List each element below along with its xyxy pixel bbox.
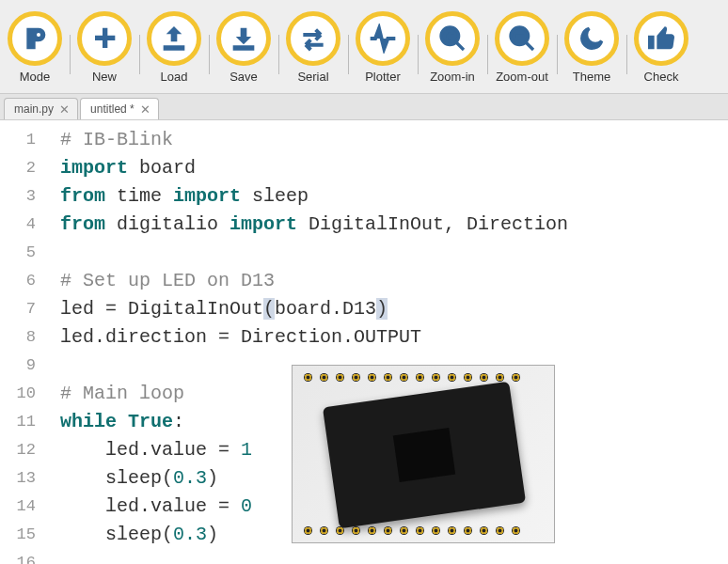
code-line[interactable]: led = DigitalInOut(board.D13) (60, 295, 568, 323)
code-editor[interactable]: 12345678910111213141516 # IB-Blinkimport… (0, 120, 728, 564)
code-line[interactable]: from time import sleep (60, 182, 568, 211)
swap-icon (286, 11, 340, 66)
tool-theme[interactable]: Theme (557, 11, 626, 84)
tool-label: Mode (20, 70, 51, 84)
plus-icon (77, 11, 132, 66)
zoom-out-icon (495, 11, 549, 66)
line-number: 13 (0, 464, 47, 493)
code-line[interactable]: import board (60, 154, 568, 182)
line-number: 6 (0, 267, 47, 295)
tool-label: Zoom-in (430, 70, 475, 84)
tool-zoom-in[interactable]: Zoom-in (418, 11, 487, 84)
line-gutter: 12345678910111213141516 (0, 120, 47, 564)
code-line[interactable] (60, 549, 568, 564)
code-line[interactable]: from digitalio import DigitalInOut, Dire… (60, 211, 568, 239)
line-number: 10 (0, 380, 47, 408)
line-number: 9 (0, 352, 47, 380)
tool-load[interactable]: Load (139, 11, 209, 84)
tool-label: Plotter (365, 70, 401, 84)
tool-label: New (92, 70, 117, 84)
tab-bar: main.py✕untitled *✕ (0, 94, 728, 120)
thumbs-up-icon (634, 11, 688, 66)
toolbar: ModeNewLoadSaveSerialPlotterZoom-inZoom-… (0, 0, 728, 94)
line-number: 11 (0, 408, 47, 436)
tool-save[interactable]: Save (209, 11, 278, 84)
line-number: 8 (0, 323, 47, 352)
board-photo (292, 365, 555, 543)
tool-mode[interactable]: Mode (0, 11, 70, 84)
tab[interactable]: untitled *✕ (80, 98, 159, 119)
close-icon[interactable]: ✕ (140, 103, 150, 116)
line-number: 14 (0, 493, 47, 521)
code-line[interactable] (60, 239, 568, 267)
pulse-icon (356, 11, 410, 66)
line-number: 16 (0, 549, 47, 564)
tool-label: Save (229, 70, 258, 84)
tool-label: Serial (297, 70, 328, 84)
tool-label: Zoom-out (496, 70, 548, 84)
line-number: 7 (0, 295, 47, 323)
tool-label: Check (644, 70, 679, 84)
tool-label: Theme (573, 70, 610, 84)
line-number: 1 (0, 126, 47, 154)
svg-point-0 (36, 32, 40, 37)
tool-serial[interactable]: Serial (278, 11, 348, 84)
tool-check[interactable]: Check (626, 11, 696, 84)
code-line[interactable]: # IB-Blink (60, 126, 568, 154)
code-line[interactable]: # Set up LED on D13 (60, 267, 568, 295)
line-number: 5 (0, 239, 47, 267)
moon-icon (564, 11, 619, 66)
tool-label: Load (161, 70, 188, 84)
tool-plotter[interactable]: Plotter (348, 11, 418, 84)
tool-new[interactable]: New (70, 11, 139, 84)
line-number: 2 (0, 154, 47, 182)
upload-icon (147, 11, 201, 66)
code-line[interactable]: led.direction = Direction.OUTPUT (60, 323, 568, 352)
mode-icon (8, 11, 62, 66)
line-number: 3 (0, 182, 47, 211)
line-number: 12 (0, 436, 47, 464)
close-icon[interactable]: ✕ (59, 103, 70, 116)
tab[interactable]: main.py✕ (4, 98, 78, 119)
zoom-in-icon (425, 11, 480, 66)
line-number: 15 (0, 521, 47, 549)
tab-label: untitled * (90, 102, 135, 116)
tool-zoom-out[interactable]: Zoom-out (487, 11, 557, 84)
tab-label: main.py (14, 102, 54, 116)
download-icon (216, 11, 271, 66)
line-number: 4 (0, 211, 47, 239)
